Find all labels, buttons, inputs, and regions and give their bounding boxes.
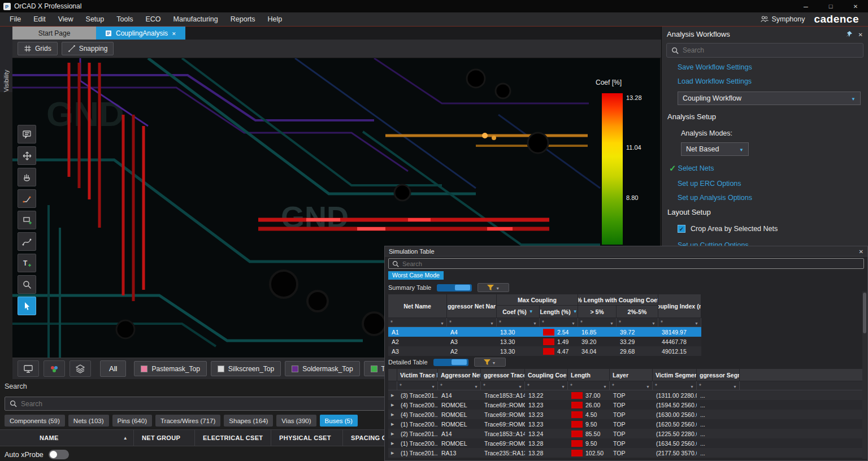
mode-select[interactable]: Net Based — [681, 142, 749, 156]
column-header-coupling-index[interactable]: oupling Index (n — [658, 294, 701, 318]
tab-close-icon[interactable] — [172, 29, 176, 37]
worst-case-mode-badge[interactable]: Worst Case Mode — [388, 271, 444, 280]
column-header-victim-trace-ref[interactable]: Victim Trace Ref — [397, 369, 438, 381]
detailed-row[interactable]: (1) Trace200... ROMOEL Trace69::ROMOEL 1… — [388, 438, 865, 448]
layer-chip[interactable]: Pastemask_Top — [134, 361, 206, 376]
filter-cell[interactable]: * — [610, 381, 653, 390]
filter-cell[interactable]: * — [525, 381, 568, 390]
column-header-electrical-cset[interactable]: ELECTRICAL CSET — [195, 430, 271, 446]
detailed-row[interactable]: (2) Trace201... A14 Trace1853::A14 13.24… — [388, 429, 865, 438]
filter-chip[interactable]: Pins (640) — [112, 415, 152, 427]
expand-icon[interactable] — [388, 410, 397, 419]
select-tool[interactable] — [18, 297, 36, 315]
pin-icon[interactable] — [845, 31, 853, 38]
expand-icon[interactable] — [388, 448, 397, 458]
load-workflow-link[interactable]: Load Workflow Settings — [678, 77, 868, 85]
column-header-aggressor-trace[interactable]: ggressor Trace R — [481, 369, 525, 381]
expand-icon[interactable] — [388, 390, 397, 400]
maximize-button[interactable] — [818, 0, 843, 12]
filter-cell[interactable]: * — [697, 381, 740, 390]
column-header-net-group[interactable]: NET GROUP — [134, 430, 195, 446]
summary-filter-button[interactable] — [478, 283, 509, 292]
shape-tool[interactable] — [18, 211, 36, 229]
sim-close-icon[interactable] — [859, 248, 863, 255]
sim-search-box[interactable] — [388, 258, 864, 269]
sim-search-input[interactable] — [402, 260, 860, 267]
filter-cell[interactable]: * — [653, 381, 697, 390]
column-header-physical-cset[interactable]: PHYSICAL CSET — [271, 430, 343, 446]
grids-button[interactable]: Grids — [18, 42, 58, 55]
column-header-length-pct[interactable]: Length (%) — [540, 306, 578, 318]
filter-cell[interactable]: * — [568, 381, 610, 390]
detailed-row[interactable]: (4) Trace200... ROMOEL Trace69::ROMOEL 1… — [388, 400, 865, 410]
column-header-length[interactable]: Length — [568, 369, 610, 381]
panel-close-icon[interactable] — [858, 30, 863, 38]
layer-filter-all-button[interactable]: All — [100, 360, 126, 377]
summary-row[interactable]: A1 A4 13.30 2.54 16.85 39.72 38149.97 — [388, 327, 701, 337]
expand-icon[interactable] — [388, 419, 397, 429]
text-tool[interactable]: T — [18, 254, 36, 272]
filter-cell[interactable]: * — [578, 318, 617, 327]
simulation-table-titlebar[interactable]: Simulation Table — [385, 246, 867, 256]
column-header-aggressor-segment[interactable]: ggressor Segme — [697, 369, 740, 381]
summary-row[interactable]: A3 A2 13.30 4.47 34.04 29.68 49012.15 — [388, 346, 701, 356]
crop-area-checkbox[interactable] — [678, 225, 685, 233]
menu-item[interactable]: Edit — [27, 14, 52, 25]
workflow-search-input[interactable] — [683, 46, 858, 54]
filter-chip[interactable]: Traces/Wires (717) — [155, 415, 220, 427]
menu-item[interactable]: Tools — [110, 14, 139, 25]
tab-coupling-analysis[interactable]: CouplingAnalysis — [96, 27, 185, 40]
spline-tool[interactable] — [18, 232, 36, 251]
summary-row[interactable]: A2 A3 13.30 1.49 39.20 33.29 44467.78 — [388, 337, 701, 346]
filter-chip[interactable]: Nets (103) — [68, 415, 109, 427]
column-header-net-name[interactable]: Net Name — [388, 294, 447, 318]
column-header-2to5[interactable]: 2%-5% — [617, 306, 658, 318]
column-header-victim-segment[interactable]: Victim Segment — [653, 369, 697, 381]
filter-cell[interactable]: * — [481, 381, 525, 390]
detailed-row[interactable]: (3) Trace201... A14 Trace1853::A14 13.22… — [388, 390, 865, 400]
pan-tool[interactable] — [18, 168, 36, 186]
filter-chip[interactable]: Buses (5) — [320, 415, 358, 427]
move-tool[interactable] — [18, 146, 36, 165]
comment-tool[interactable] — [18, 125, 36, 143]
route-tool[interactable] — [18, 189, 36, 208]
select-nets-link[interactable]: Select Nets — [678, 164, 714, 172]
auto-xprobe-toggle[interactable] — [49, 450, 69, 459]
menu-item[interactable]: Help — [262, 14, 289, 25]
summary-table-toggle[interactable] — [437, 284, 472, 292]
filter-chip[interactable]: Vias (390) — [276, 415, 316, 427]
analysis-options-link[interactable]: Set up Analysis Options — [678, 194, 868, 202]
expand-icon[interactable] — [388, 429, 397, 438]
expand-icon[interactable] — [388, 438, 397, 448]
column-header-coef[interactable]: Coef (%) — [497, 306, 540, 318]
column-header-layer[interactable]: Layer — [610, 369, 653, 381]
menu-item[interactable]: Manufacturing — [167, 14, 224, 25]
column-header-gt5[interactable]: > 5% — [578, 306, 617, 318]
filter-cell[interactable]: * — [540, 318, 578, 327]
expand-icon[interactable] — [388, 400, 397, 410]
column-header-coupling-coef[interactable]: Coupling Coe — [525, 369, 568, 381]
detailed-filter-button[interactable] — [474, 358, 506, 367]
menu-item[interactable]: ECO — [139, 14, 167, 25]
filter-cell[interactable]: * — [447, 318, 497, 327]
filter-chip[interactable]: Components (59) — [5, 415, 65, 427]
filter-cell[interactable]: * — [438, 381, 481, 390]
zoom-tool[interactable] — [18, 275, 36, 294]
filter-cell[interactable]: * — [617, 318, 658, 327]
filter-cell[interactable]: * — [397, 381, 438, 390]
symphony-button[interactable]: Symphony — [760, 15, 805, 23]
workflow-select[interactable]: Coupling Workflow — [678, 92, 861, 105]
display-settings-button[interactable] — [18, 360, 39, 377]
close-button[interactable] — [843, 0, 868, 12]
menu-item[interactable]: File — [3, 14, 27, 25]
save-workflow-link[interactable]: Save Workflow Settings — [678, 63, 868, 71]
filter-cell[interactable]: * — [497, 318, 540, 327]
layers-button[interactable] — [70, 360, 91, 377]
menu-item[interactable]: Reports — [224, 14, 262, 25]
menu-item[interactable]: Setup — [80, 14, 111, 25]
detailed-row[interactable]: (1) Trace200... ROMOEL Trace69::ROMOEL 1… — [388, 419, 865, 429]
sim-table-scrollbar[interactable] — [862, 292, 867, 459]
column-header-aggressor-net-name[interactable]: ggressor Net Nar — [447, 294, 497, 318]
tab-start-page[interactable]: Start Page — [12, 27, 96, 40]
snapping-button[interactable]: Snapping — [62, 42, 114, 55]
